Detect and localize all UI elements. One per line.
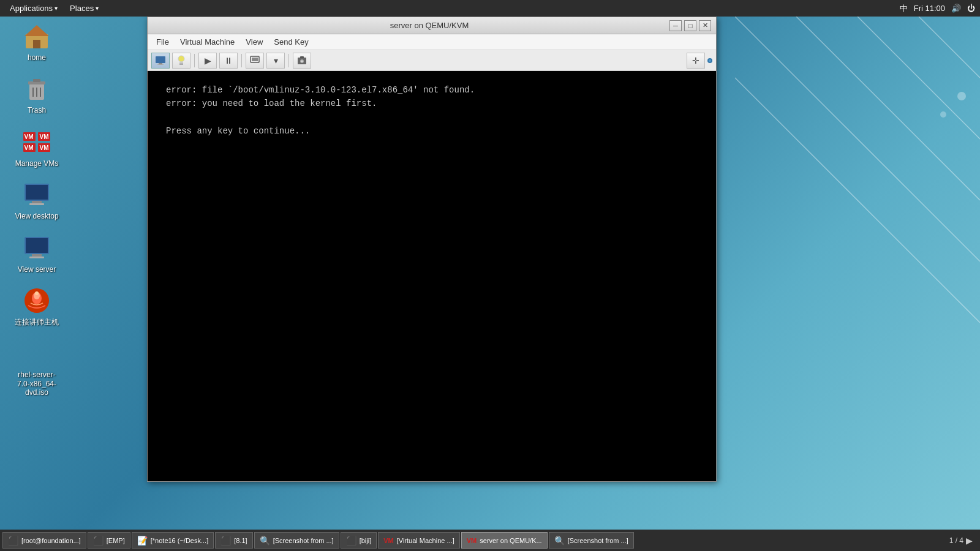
desktop-icon-view-desktop[interactable]: View desktop bbox=[12, 180, 61, 220]
desktop-icon-connect[interactable]: 连接讲师主机 bbox=[12, 286, 61, 326]
svg-line-0 bbox=[858, 17, 980, 139]
clock: Fri 11:00 bbox=[914, 4, 945, 13]
qemu-title: server on QEMU/KVM bbox=[189, 21, 669, 30]
maximize-button[interactable]: □ bbox=[684, 20, 696, 31]
rhel-iso-icon bbox=[22, 339, 51, 368]
toolbar-indicator bbox=[707, 58, 712, 63]
manage-vms-label: Manage VMs bbox=[15, 159, 59, 168]
toolbar-separator-2 bbox=[241, 54, 242, 67]
taskbar-item-virtual-machine[interactable]: VM [Virtual Machine ...] bbox=[378, 532, 459, 549]
svg-rect-30 bbox=[32, 254, 42, 257]
view-desktop-icon bbox=[22, 180, 51, 209]
svg-rect-44 bbox=[179, 62, 183, 64]
toolbar-bulb-btn[interactable] bbox=[172, 53, 190, 69]
trash-icon bbox=[22, 74, 51, 103]
toolbar-play-btn[interactable]: ▶ bbox=[198, 53, 217, 69]
svg-point-43 bbox=[178, 56, 184, 62]
taskbar-item-screenshot1-label: [Screenshot from ...] bbox=[273, 537, 334, 544]
view-server-label: View server bbox=[18, 265, 56, 274]
taskbar-item-biji[interactable]: ⬛ [biji] bbox=[341, 532, 377, 549]
taskbar-item-81[interactable]: ⬛ [8.1] bbox=[215, 532, 252, 549]
taskbar-item-emp-label: [EMP] bbox=[107, 537, 125, 544]
qemu-screen[interactable]: error: file `/boot/vmlinuz-3.10.0-123.el… bbox=[148, 71, 716, 481]
connect-label: 连接讲师主机 bbox=[15, 318, 59, 326]
toolbar-move-btn[interactable]: ✛ bbox=[687, 53, 705, 69]
lang-indicator[interactable]: 中 bbox=[900, 3, 908, 14]
svg-text:VM: VM bbox=[24, 144, 34, 151]
virtual-machine-taskbar-icon: VM bbox=[383, 537, 394, 544]
qemu-screen-text: error: file `/boot/vmlinuz-3.10.0-123.el… bbox=[166, 83, 475, 138]
view-desktop-label: View desktop bbox=[15, 212, 58, 220]
svg-rect-12 bbox=[33, 79, 40, 82]
svg-point-6 bbox=[940, 111, 946, 118]
rhel-iso-label: rhel-server-7.0-x86_64-dvd.iso bbox=[12, 370, 61, 397]
menu-view[interactable]: View bbox=[241, 36, 268, 48]
desktop-icon-rhel-iso[interactable]: rhel-server-7.0-x86_64-dvd.iso bbox=[12, 339, 61, 397]
svg-rect-42 bbox=[157, 64, 164, 65]
minimize-button[interactable]: ─ bbox=[669, 20, 682, 31]
menu-file[interactable]: File bbox=[151, 36, 174, 48]
svg-text:VM: VM bbox=[40, 144, 49, 151]
taskbar-item-biji-label: [biji] bbox=[360, 537, 372, 544]
toolbar-fullscreen-btn[interactable] bbox=[246, 53, 264, 69]
places-menu[interactable]: Places ▾ bbox=[65, 2, 104, 14]
svg-text:VM: VM bbox=[40, 133, 49, 140]
toolbar-screenshot-btn[interactable] bbox=[293, 53, 311, 69]
taskbar-top: Applications ▾ Places ▾ 中 Fri 11:00 🔊 ⏻ bbox=[0, 0, 980, 17]
qemu-window: server on QEMU/KVM ─ □ ✕ File Virtual Ma… bbox=[147, 17, 717, 482]
menu-virtual-machine[interactable]: Virtual Machine bbox=[175, 36, 239, 48]
qemu-toolbar: ▶ ⏸ ▾ ✛ bbox=[148, 50, 716, 71]
svg-rect-9 bbox=[33, 40, 40, 48]
desktop-icon-home[interactable]: home bbox=[12, 21, 61, 62]
svg-point-50 bbox=[301, 60, 303, 62]
desktop-icon-manage-vms[interactable]: VM VM VM VM Manage VMs bbox=[12, 127, 61, 168]
svg-rect-26 bbox=[32, 201, 42, 203]
svg-line-3 bbox=[735, 17, 980, 261]
taskbar-item-terminal-label: [root@foundation...] bbox=[21, 537, 81, 544]
svg-line-4 bbox=[735, 78, 980, 323]
screenshot1-icon: 🔍 bbox=[260, 536, 270, 545]
svg-rect-51 bbox=[300, 56, 304, 58]
desktop-icons: home Trash VM VM VM bbox=[12, 21, 61, 397]
taskbar-item-screenshot2[interactable]: 🔍 [Screenshot from ...] bbox=[549, 532, 634, 549]
svg-rect-40 bbox=[156, 56, 165, 63]
close-button[interactable]: ✕ bbox=[699, 20, 711, 31]
taskbar-pagination: 1 / 4 ▶ bbox=[944, 536, 978, 545]
svg-text:VM: VM bbox=[24, 133, 34, 140]
taskbar-item-screenshot1[interactable]: 🔍 [Screenshot from ...] bbox=[254, 532, 339, 549]
taskbar-item-server-qemu-label: server on QEMU/K... bbox=[480, 537, 541, 544]
taskbar-item-screenshot2-label: [Screenshot from ...] bbox=[568, 537, 628, 544]
toolbar-separator-1 bbox=[194, 54, 195, 67]
applications-menu[interactable]: Applications ▾ bbox=[5, 2, 62, 14]
places-label: Places bbox=[70, 4, 94, 13]
taskbar-item-note16[interactable]: 📝 [*note16 (~/Desk...] bbox=[132, 532, 214, 549]
taskbar-next-page[interactable]: ▶ bbox=[966, 536, 973, 545]
menu-send-key[interactable]: Send Key bbox=[269, 36, 313, 48]
home-icon bbox=[22, 21, 51, 51]
toolbar-pause-btn[interactable]: ⏸ bbox=[219, 53, 238, 69]
svg-rect-29 bbox=[26, 238, 48, 253]
taskbar-item-server-qemu[interactable]: VM server on QEMU/K... bbox=[461, 532, 548, 549]
toolbar-dropdown-btn[interactable]: ▾ bbox=[266, 53, 285, 69]
terminal-icon: ⬛ bbox=[8, 536, 18, 545]
taskbar-bottom: ⬛ [root@foundation...] ⬛ [EMP] 📝 [*note1… bbox=[0, 530, 980, 551]
taskbar-item-terminal[interactable]: ⬛ [root@foundation...] bbox=[2, 532, 86, 549]
qemu-win-controls: ─ □ ✕ bbox=[669, 20, 711, 31]
qemu-menubar: File Virtual Machine View Send Key bbox=[148, 34, 716, 50]
svg-rect-41 bbox=[159, 63, 162, 64]
screenshot2-icon: 🔍 bbox=[554, 536, 565, 545]
toolbar-screen-btn[interactable] bbox=[151, 53, 170, 69]
taskbar-item-emp[interactable]: ⬛ [EMP] bbox=[88, 532, 130, 549]
desktop-icon-view-server[interactable]: View server bbox=[12, 233, 61, 274]
taskbar-top-right: 中 Fri 11:00 🔊 ⏻ bbox=[900, 3, 975, 14]
power-icon[interactable]: ⏻ bbox=[967, 4, 975, 13]
volume-icon[interactable]: 🔊 bbox=[951, 4, 961, 13]
note16-icon: 📝 bbox=[137, 536, 148, 545]
toolbar-separator-3 bbox=[288, 54, 289, 67]
view-server-icon bbox=[22, 233, 51, 263]
taskbar-top-left: Applications ▾ Places ▾ bbox=[5, 2, 104, 14]
desktop-icon-trash[interactable]: Trash bbox=[12, 74, 61, 114]
manage-vms-icon: VM VM VM VM bbox=[22, 127, 51, 157]
biji-icon: ⬛ bbox=[346, 536, 356, 545]
taskbar-item-note16-label: [*note16 (~/Desk...] bbox=[151, 537, 208, 544]
